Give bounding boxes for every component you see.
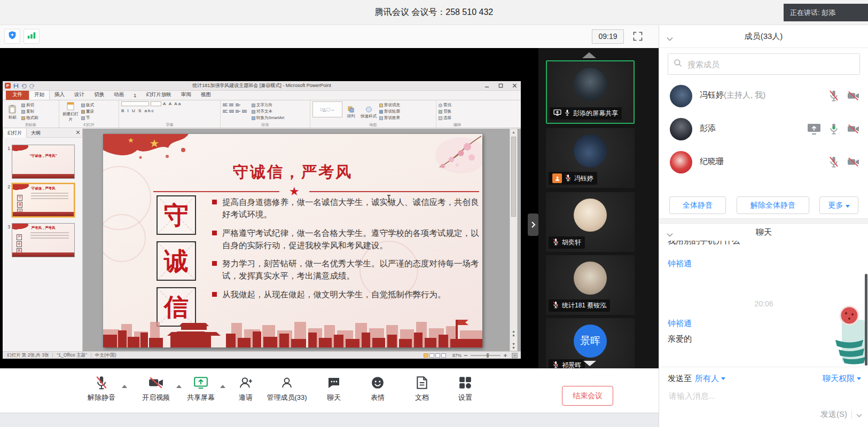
settings-button[interactable]: 设置 [441,374,490,402]
shape-effects-button[interactable]: 形状效果 [379,115,400,121]
end-meeting-button[interactable]: 结束会议 [562,386,613,406]
zoom-out-icon[interactable] [464,353,468,358]
sorter-view-icon[interactable] [429,353,434,358]
font-size-box[interactable] [151,101,161,106]
pane-close-icon[interactable] [76,130,80,136]
chevron-down-icon[interactable] [667,34,673,43]
chevron-down-icon[interactable] [667,230,673,239]
send-to-selector[interactable]: 所有人 [695,374,719,384]
quick-styles-button[interactable]: 快速样式 [359,106,378,119]
alignment-buttons[interactable] [223,109,247,113]
video-tile-sharer[interactable]: 彭添的屏幕共享 [546,60,635,124]
share-screen-button[interactable]: 共享屏幕 [176,374,225,402]
mute-all-button[interactable]: 全体静音 [669,196,726,214]
network-status-button[interactable] [24,29,40,44]
member-search-box[interactable] [668,53,860,75]
tab-file[interactable]: 文件 [6,90,29,100]
chat-button[interactable]: 聊天 [309,374,358,402]
slide-thumbnail-3[interactable]: 3 严考风，严考风 严考风 [5,223,75,257]
tab-view[interactable]: 视图 [196,90,216,100]
zoom-slider[interactable] [471,355,501,356]
chat-permission-button[interactable]: 聊天权限 [823,374,855,384]
fit-window-icon[interactable] [512,353,518,358]
mic-options-caret[interactable] [122,385,127,388]
unmute-all-button[interactable]: 解除全体静音 [737,196,809,214]
video-tile[interactable]: 胡奕轩 [546,192,635,252]
minimize-icon[interactable] [482,82,491,89]
scroll-thumb[interactable] [511,137,516,217]
tab-slideshow[interactable]: 幻灯片放映 [141,90,176,100]
slide-thumbnail-2[interactable]: 2 守诚信，严考风 守诚信 [5,183,75,217]
smartart-button[interactable]: 转换为SmartArt [252,115,284,121]
previous-slide-icon[interactable]: ▲▲ [510,329,517,337]
font-name-box[interactable] [121,101,149,106]
chat-section-header[interactable]: 聊天 [659,224,868,241]
chat-scrollbar[interactable] [865,274,867,366]
docs-button[interactable]: 文档 [397,374,447,402]
message-input[interactable] [668,391,849,401]
arrange-button[interactable]: 排列 [344,106,358,119]
fullscreen-button[interactable] [632,31,643,42]
layout-button[interactable]: 版式 [81,102,94,108]
normal-view-icon[interactable] [424,353,428,358]
text-direction-button[interactable]: 文字方向 [252,102,284,108]
paste-button[interactable]: 粘贴 [5,101,20,123]
list-buttons[interactable] [223,102,247,107]
cut-button[interactable]: 剪切 [21,102,38,108]
pane-tab-outline[interactable]: 大纲 [27,129,45,138]
tab-transitions[interactable]: 切换 [89,90,109,100]
unmute-button[interactable]: 解除静音 [77,374,126,402]
close-icon[interactable] [510,82,519,89]
collapse-video-strip-handle[interactable] [528,213,538,236]
reading-view-icon[interactable] [435,353,440,358]
member-row[interactable]: 冯钰婷(主持人, 我) [659,80,868,113]
select-button[interactable]: 选择 [439,115,451,121]
member-row[interactable]: 彭添 [659,113,868,146]
tab-custom[interactable]: 1 [129,91,141,100]
pane-tab-slides[interactable]: 幻灯片 [3,129,27,138]
members-section-header[interactable]: 成员(33人) [659,25,868,48]
ppt-window-title: 统计181加强学风建设主题班会 [兼容模式] - Microsoft Power… [3,82,521,89]
video-tile[interactable]: 冯钰婷 [546,128,635,188]
chat-message-list[interactable]: 我用别的手机开什么 钟裕通 20:06 钟裕通 亲爱的 [659,241,868,367]
reset-button[interactable]: 重设 [81,109,94,114]
tab-animations[interactable]: 动画 [109,90,129,100]
font-style-buttons[interactable]: B I U S abc [121,108,218,113]
send-button[interactable]: 发送(S) [820,409,847,420]
find-button[interactable]: 查找 [439,102,451,108]
slide-thumbnail-1[interactable]: 1 “守诚信，严考风” [5,145,75,179]
tab-insert[interactable]: 插入 [50,90,69,100]
new-slide-button[interactable]: 新建幻灯片 [61,101,80,123]
powerpoint-window: P 统计181加强学风建设主题班会 [兼容模式] - Microsoft Pow… [3,81,521,359]
shape-fill-button[interactable]: 形状填充 [379,102,400,108]
member-row[interactable]: 纪晓珊 [659,146,868,179]
format-painter-button[interactable]: 格式刷 [21,115,38,121]
replace-button[interactable]: 替换 [439,109,451,114]
video-tile[interactable]: 统计181 蔡铵泓 [546,255,635,315]
security-button[interactable] [4,29,20,44]
search-input[interactable] [686,59,854,69]
next-slide-icon[interactable]: ▼▼ [510,342,517,350]
meeting-title: 腾讯会议 会议号：258 510 432 [0,0,868,25]
copy-button[interactable]: 复制 [21,109,38,114]
scroll-up-icon[interactable]: ▲ [510,129,517,135]
tab-home[interactable]: 开始 [29,90,50,100]
font-grow-shrink[interactable]: A A Aa [163,101,182,106]
ppt-scrollbar[interactable]: ▲ ▲▲ ▼▼ [510,129,518,351]
start-video-button[interactable]: 开启视频 [131,374,181,402]
more-button[interactable]: 更多 [819,196,858,214]
shape-outline-button[interactable]: 形状轮廓 [379,109,400,114]
tab-design[interactable]: 设计 [69,90,89,100]
send-options-caret[interactable] [856,410,862,419]
zoom-in-icon[interactable] [503,353,507,358]
scroll-videos-down-icon[interactable] [583,361,596,366]
slideshow-view-icon[interactable] [441,353,446,358]
emoji-button[interactable]: 表情 [353,374,402,402]
section-button[interactable]: 节 [81,115,94,121]
align-text-button[interactable]: 对齐文本 [252,109,284,114]
maximize-icon[interactable] [496,82,505,89]
scroll-videos-up-icon[interactable] [582,52,596,58]
manage-members-button[interactable]: 管理成员(33) [262,374,311,402]
shapes-gallery[interactable]: □△〇↔ [312,101,342,117]
tab-review[interactable]: 审阅 [176,90,196,100]
